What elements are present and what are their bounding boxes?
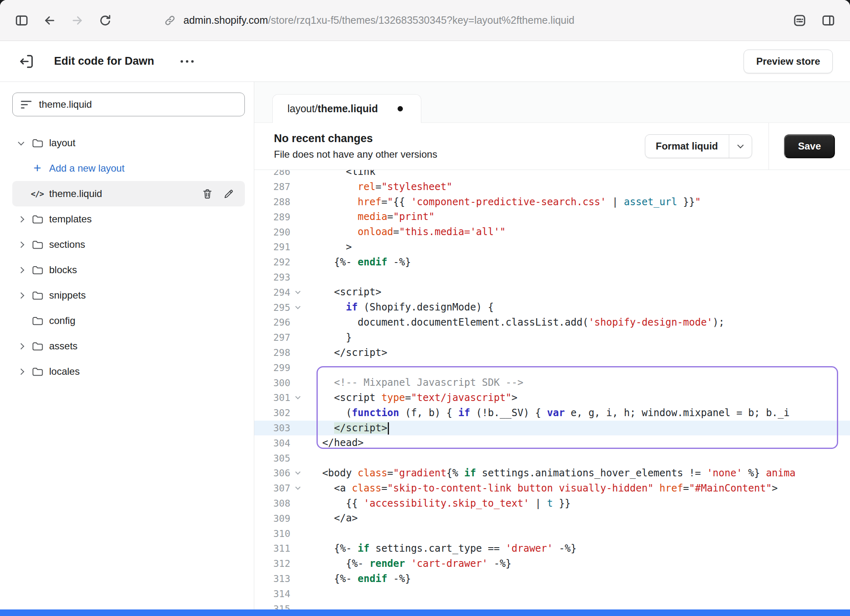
fold-toggle-icon[interactable]: [290, 472, 305, 474]
code-line-315[interactable]: 315: [254, 601, 850, 609]
more-actions-button[interactable]: [181, 60, 194, 63]
sidebar-item-add-a-new-layout[interactable]: +Add a new layout: [12, 156, 245, 181]
code-line-301[interactable]: 301 <script type="text/javascript">: [254, 390, 850, 405]
code-line-298[interactable]: 298 </script>: [254, 345, 850, 360]
extensions-icon[interactable]: [790, 11, 809, 30]
chevron-down-icon: [737, 142, 744, 148]
code-text[interactable]: <script type="text/javascript">: [310, 390, 518, 405]
code-line-291[interactable]: 291 >: [254, 240, 850, 255]
code-text[interactable]: </a>: [310, 511, 358, 526]
code-text[interactable]: document.documentElement.classList.add('…: [310, 315, 724, 330]
panel-left-icon[interactable]: [12, 11, 31, 30]
code-text[interactable]: {{ 'accessibility.skip_to_text' | t }}: [310, 496, 571, 511]
sidebar-item-snippets[interactable]: snippets: [12, 283, 245, 308]
save-button[interactable]: Save: [784, 134, 835, 158]
code-text[interactable]: {%- if settings.cart_type == 'drawer' -%…: [310, 541, 576, 556]
status-subtitle: File does not have any other versions: [274, 149, 437, 160]
back-icon[interactable]: [40, 11, 59, 30]
format-options-dropdown[interactable]: [729, 135, 752, 158]
code-text[interactable]: <script>: [310, 285, 381, 300]
code-line-300[interactable]: 300 <!-- Mixpanel Javascript SDK -->: [254, 375, 850, 390]
sidebar-item-config[interactable]: config: [12, 308, 245, 333]
code-text[interactable]: rel="stylesheet": [310, 179, 452, 195]
chevron-down-icon[interactable]: [13, 142, 29, 145]
code-text[interactable]: <!-- Mixpanel Javascript SDK -->: [310, 375, 523, 390]
line-number: 306: [254, 468, 290, 478]
code-line-307[interactable]: 307 <a class="skip-to-content-link butto…: [254, 481, 850, 496]
code-line-293[interactable]: 293: [254, 270, 850, 285]
code-line-313[interactable]: 313 {%- endif -%}: [254, 571, 850, 587]
code-text[interactable]: if (Shopify.designMode) {: [310, 300, 494, 315]
code-text[interactable]: (function (f, b) { if (!b.__SV) { var e,…: [310, 405, 789, 421]
code-line-295[interactable]: 295 if (Shopify.designMode) {: [254, 300, 850, 315]
sidebar-item-label: config: [49, 315, 75, 326]
code-line-305[interactable]: 305: [254, 451, 850, 466]
code-text[interactable]: <link: [310, 170, 375, 179]
chevron-right-icon[interactable]: [13, 344, 29, 349]
code-text[interactable]: </head>: [310, 435, 364, 451]
code-text[interactable]: href="{{ 'component-predictive-search.cs…: [310, 195, 701, 210]
code-text[interactable]: </script>: [310, 345, 387, 360]
sidebar-item-sections[interactable]: sections: [12, 232, 245, 257]
code-text[interactable]: <body class="gradient{% if settings.anim…: [310, 466, 796, 481]
forward-icon[interactable]: [68, 11, 87, 30]
code-line-292[interactable]: 292 {%- endif -%}: [254, 255, 850, 270]
code-editor[interactable]: 286 <link287 rel="stylesheet"288 href="{…: [254, 170, 850, 609]
code-line-296[interactable]: 296 document.documentElement.classList.a…: [254, 315, 850, 330]
chevron-right-icon[interactable]: [13, 242, 29, 247]
format-liquid-button[interactable]: Format liquid: [645, 134, 752, 158]
code-text[interactable]: <a class="skip-to-content-link button vi…: [310, 481, 778, 496]
chevron-right-icon[interactable]: [13, 293, 29, 298]
file-filter-input[interactable]: theme.liquid: [12, 93, 245, 116]
sidebar-item-templates[interactable]: templates: [12, 206, 245, 232]
chevron-right-icon[interactable]: [13, 217, 29, 222]
code-text[interactable]: {%- endif -%}: [310, 255, 411, 270]
chevron-right-icon[interactable]: [13, 369, 29, 374]
code-line-304[interactable]: 304 </head>: [254, 435, 850, 451]
address-bar[interactable]: admin.shopify.com/store/rzq1xu-f5/themes…: [163, 11, 574, 30]
code-line-287[interactable]: 287 rel="stylesheet": [254, 179, 850, 195]
code-line-289[interactable]: 289 media="print": [254, 209, 850, 224]
sidebar-item-blocks[interactable]: blocks: [12, 257, 245, 283]
code-line-310[interactable]: 310: [254, 526, 850, 541]
sidebar-item-layout[interactable]: layout: [12, 130, 245, 156]
fold-toggle-icon[interactable]: [290, 292, 305, 293]
line-number: 295: [254, 302, 290, 313]
code-line-302[interactable]: 302 (function (f, b) { if (!b.__SV) { va…: [254, 405, 850, 421]
tab-theme-liquid[interactable]: layout/theme.liquid: [272, 94, 421, 123]
code-text[interactable]: {%- endif -%}: [310, 571, 411, 587]
code-line-303[interactable]: 303 </script>: [254, 421, 850, 436]
panel-right-icon[interactable]: [819, 11, 838, 30]
code-text[interactable]: {%- render 'cart-drawer' -%}: [310, 556, 511, 571]
code-line-312[interactable]: 312 {%- render 'cart-drawer' -%}: [254, 556, 850, 571]
delete-file-button[interactable]: [197, 184, 218, 204]
code-line-308[interactable]: 308 {{ 'accessibility.skip_to_text' | t …: [254, 496, 850, 511]
code-line-297[interactable]: 297 }: [254, 330, 850, 345]
code-line-306[interactable]: 306 <body class="gradient{% if settings.…: [254, 466, 850, 481]
rename-file-button[interactable]: [218, 184, 239, 204]
exit-code-editor-button[interactable]: [17, 52, 36, 71]
preview-store-button[interactable]: Preview store: [744, 50, 833, 73]
code-line-314[interactable]: 314: [254, 586, 850, 601]
code-line-299[interactable]: 299: [254, 360, 850, 375]
code-text[interactable]: </script>: [310, 421, 389, 436]
code-line-286[interactable]: 286 <link: [254, 170, 850, 179]
code-line-309[interactable]: 309 </a>: [254, 511, 850, 526]
code-line-294[interactable]: 294 <script>: [254, 285, 850, 300]
code-text[interactable]: media="print": [310, 209, 434, 224]
fold-toggle-icon[interactable]: [290, 307, 305, 308]
sidebar-item-theme-liquid[interactable]: </>theme.liquid: [12, 181, 245, 206]
fold-toggle-icon[interactable]: [290, 397, 305, 399]
chevron-right-icon[interactable]: [13, 268, 29, 272]
sidebar-item-locales[interactable]: locales: [12, 359, 245, 384]
filter-value: theme.liquid: [39, 99, 92, 110]
code-text[interactable]: }: [310, 330, 352, 345]
reload-icon[interactable]: [96, 11, 115, 30]
code-text[interactable]: >: [310, 240, 352, 255]
code-line-290[interactable]: 290 onload="this.media='all'": [254, 224, 850, 240]
code-line-311[interactable]: 311 {%- if settings.cart_type == 'drawer…: [254, 541, 850, 556]
sidebar-item-assets[interactable]: assets: [12, 333, 245, 359]
code-text[interactable]: onload="this.media='all'": [310, 224, 506, 240]
code-line-288[interactable]: 288 href="{{ 'component-predictive-searc…: [254, 195, 850, 210]
fold-toggle-icon[interactable]: [290, 487, 305, 489]
